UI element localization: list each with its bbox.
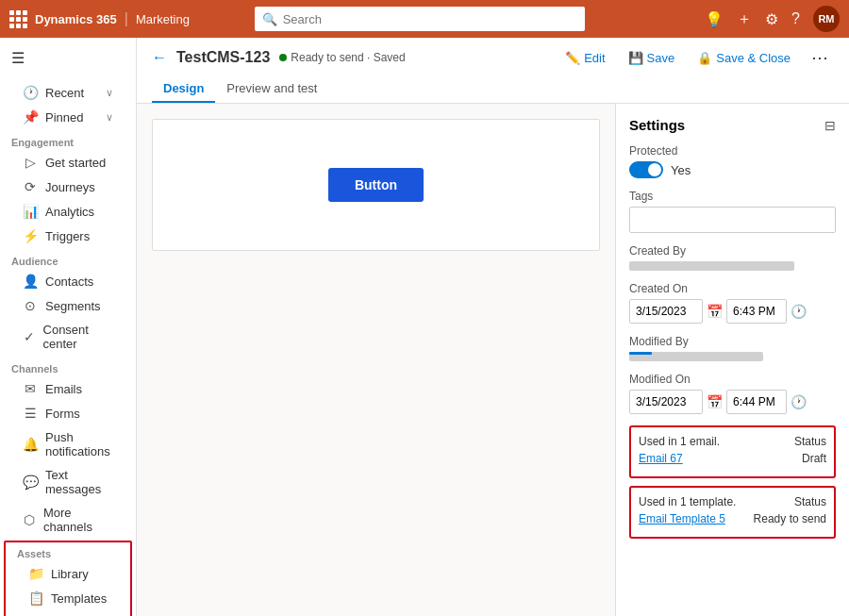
sidebar-item-consent[interactable]: ✓ Consent center — [11, 318, 125, 356]
modified-on-label: Modified On — [629, 373, 836, 386]
lightbulb-icon[interactable]: 💡 — [705, 10, 724, 28]
save-button[interactable]: 💾 Save — [621, 47, 683, 69]
created-by-value — [629, 261, 794, 271]
sidebar-item-get-started[interactable]: ▷ Get started — [11, 150, 125, 175]
save-icon: 💾 — [628, 51, 643, 65]
clock-icon: 🕐 — [23, 85, 38, 100]
waffle-icon[interactable] — [9, 10, 27, 28]
module-name: Marketing — [136, 12, 190, 26]
tab-design[interactable]: Design — [152, 75, 215, 103]
canvas-area: Button — [137, 104, 615, 616]
top-navigation: Dynamics 365 | Marketing 🔍 💡 ＋ ⚙ ? RM — [0, 0, 849, 38]
assets-header: Assets — [17, 548, 119, 559]
created-on-label: Created On — [629, 282, 836, 295]
sidebar-item-segments[interactable]: ⊙ Segments — [11, 293, 125, 318]
calendar2-icon[interactable]: 📅 — [707, 394, 723, 409]
status-dot — [279, 54, 287, 61]
clock2-icon[interactable]: 🕐 — [791, 394, 807, 409]
collapse-icon[interactable]: ⊟ — [824, 118, 836, 133]
app-name: Dynamics 365 — [35, 12, 117, 26]
sidebar-item-push[interactable]: 🔔 Push notifications — [11, 425, 125, 463]
edit-icon: ✏️ — [565, 51, 580, 65]
edit-button[interactable]: ✏️ Edit — [558, 47, 612, 69]
recent-section: 🕐 Recent ∨ 📌 Pinned ∨ — [0, 75, 136, 131]
save-close-button[interactable]: 🔒 Save & Close — [690, 47, 798, 69]
calendar-icon[interactable]: 📅 — [707, 304, 723, 319]
email-usage-section: Used in 1 email. Status Email 67 Draft — [629, 425, 836, 478]
sidebar: ☰ 🕐 Recent ∨ 📌 Pinned ∨ Engagement ▷ Get… — [0, 38, 137, 616]
template-status-header: Status — [794, 495, 826, 508]
sidebar-item-sms[interactable]: 💬 Text messages — [11, 463, 125, 501]
search-input[interactable] — [283, 12, 577, 26]
design-canvas[interactable]: Button — [152, 119, 600, 251]
template-usage-status: Ready to send — [754, 512, 826, 525]
sidebar-item-templates[interactable]: 📋 Templates — [17, 586, 119, 610]
sidebar-item-emails[interactable]: ✉ Emails — [11, 376, 125, 401]
tags-input[interactable] — [629, 207, 836, 233]
save-close-icon: 🔒 — [697, 51, 712, 65]
sidebar-item-triggers[interactable]: ⚡ Triggers — [11, 224, 125, 248]
tab-bar: Design Preview and test — [152, 75, 834, 103]
engagement-section: Engagement ▷ Get started ⟳ Journeys 📊 An… — [0, 131, 136, 250]
hamburger-icon[interactable]: ☰ — [0, 42, 136, 75]
created-date-input[interactable] — [629, 299, 703, 324]
sidebar-item-contacts[interactable]: 👤 Contacts — [11, 269, 125, 293]
record-header: ← TestCMS-123 Ready to send · Saved ✏️ E… — [152, 45, 834, 70]
search-bar[interactable]: 🔍 — [255, 7, 585, 31]
assets-section: Assets 📁 Library 📋 Templates ⬛ Content b… — [6, 542, 130, 616]
tab-preview[interactable]: Preview and test — [215, 75, 328, 103]
design-settings-area: Button Settings ⊟ Protected Yes — [137, 104, 849, 616]
help-icon[interactable]: ? — [791, 10, 800, 27]
audience-header: Audience — [11, 256, 125, 267]
sidebar-item-library[interactable]: 📁 Library — [17, 561, 119, 586]
created-time-input[interactable] — [726, 299, 787, 324]
modified-time-input[interactable] — [726, 390, 787, 414]
header-actions: ✏️ Edit 💾 Save 🔒 Save & Close ⋯ — [558, 45, 834, 70]
sidebar-item-analytics[interactable]: 📊 Analytics — [11, 199, 125, 224]
recent-label: Recent — [45, 86, 84, 100]
protected-value: Yes — [671, 163, 691, 177]
sidebar-item-recent[interactable]: 🕐 Recent ∨ — [11, 80, 125, 105]
email-usage-link[interactable]: Email 67 — [639, 452, 683, 465]
assets-section-highlight: Assets 📁 Library 📋 Templates ⬛ Content b… — [4, 541, 132, 616]
clock-icon[interactable]: 🕐 — [791, 304, 807, 319]
modified-on-field: Modified On 📅 🕐 — [629, 373, 836, 414]
sidebar-item-more-channels[interactable]: ⬡ More channels — [11, 501, 125, 539]
pin-icon: 📌 — [23, 109, 38, 125]
sidebar-item-pinned[interactable]: 📌 Pinned ∨ — [11, 105, 125, 129]
tags-field: Tags — [629, 190, 836, 233]
tags-label: Tags — [629, 190, 836, 203]
modified-date-input[interactable] — [629, 390, 703, 414]
sidebar-item-journeys[interactable]: ⟳ Journeys — [11, 175, 125, 199]
back-button[interactable]: ← — [152, 49, 167, 66]
content-area: ← TestCMS-123 Ready to send · Saved ✏️ E… — [137, 38, 849, 616]
add-icon[interactable]: ＋ — [737, 9, 752, 29]
nav-right: 💡 ＋ ⚙ ? RM — [705, 6, 840, 32]
search-icon: 🔍 — [262, 12, 277, 26]
protected-toggle[interactable] — [629, 161, 663, 178]
email-status-header: Status — [794, 435, 826, 448]
pinned-label: Pinned — [45, 110, 83, 125]
status-text: Ready to send · Saved — [291, 51, 405, 64]
sub-header: ← TestCMS-123 Ready to send · Saved ✏️ E… — [137, 38, 849, 104]
nav-left: Dynamics 365 | Marketing — [9, 10, 190, 28]
channels-section: Channels ✉ Emails ☰ Forms 🔔 Push notific… — [0, 358, 136, 541]
email-usage-title: Used in 1 email. — [639, 435, 720, 448]
template-usage-link[interactable]: Email Template 5 — [639, 512, 725, 525]
settings-header: Settings ⊟ — [629, 117, 836, 133]
created-by-field: Created By — [629, 244, 836, 271]
modified-by-value — [629, 352, 763, 361]
settings-title: Settings — [629, 117, 685, 133]
user-avatar[interactable]: RM — [813, 6, 840, 32]
more-options-button[interactable]: ⋯ — [806, 45, 834, 70]
sidebar-item-content-blocks[interactable]: ⬛ Content blocks — [17, 610, 119, 616]
settings-icon[interactable]: ⚙ — [765, 10, 778, 28]
email-usage-status: Draft — [802, 452, 826, 465]
main-container: ☰ 🕐 Recent ∨ 📌 Pinned ∨ Engagement ▷ Get… — [0, 38, 849, 616]
record-title: TestCMS-123 — [176, 49, 270, 66]
created-by-label: Created By — [629, 244, 836, 258]
canvas-button[interactable]: Button — [328, 168, 424, 202]
settings-panel: Settings ⊟ Protected Yes Tags — [615, 104, 849, 616]
sidebar-item-forms[interactable]: ☰ Forms — [11, 401, 125, 425]
engagement-header: Engagement — [11, 137, 125, 148]
